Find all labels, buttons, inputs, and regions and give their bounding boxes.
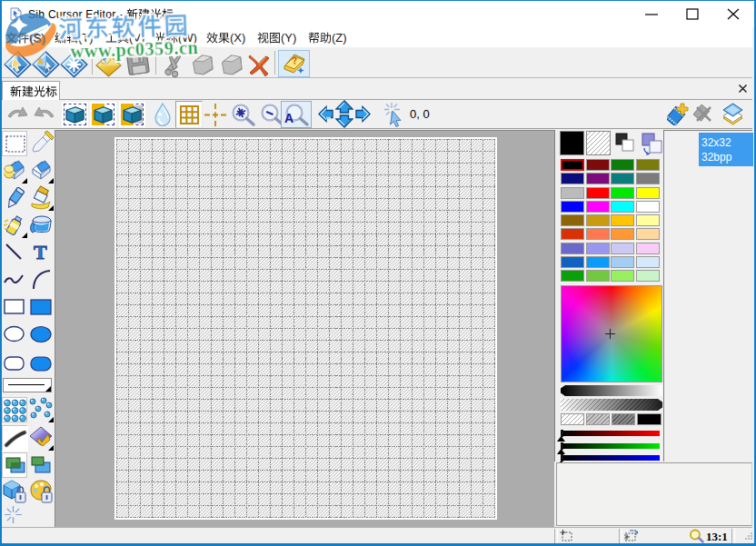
svg-text:A: A [284, 111, 293, 125]
svg-text:T: T [34, 241, 47, 263]
